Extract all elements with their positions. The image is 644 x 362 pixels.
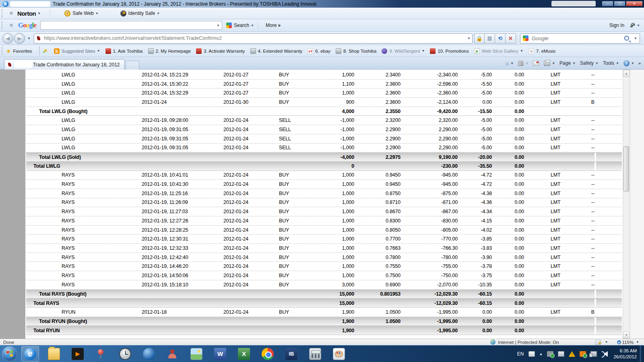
suggested-sites-button[interactable]: b Suggested Sites ▼: [54, 48, 100, 54]
identity-safe-menu[interactable]: Identity Safe ▼: [120, 10, 160, 16]
show-hidden-icons[interactable]: ▲: [539, 352, 543, 356]
chevron-down-icon[interactable]: ▼: [605, 340, 608, 344]
language-indicator[interactable]: EN: [517, 351, 524, 357]
chevron-down-icon[interactable]: ▼: [251, 24, 254, 27]
favorites-link[interactable]: 9. WildTangent▼: [382, 48, 425, 54]
tools-menu[interactable]: Tools▼: [603, 60, 619, 66]
clipboard-icon[interactable]: [558, 351, 564, 357]
read-mail-button[interactable]: [533, 61, 539, 66]
help-menu[interactable]: ?▼: [623, 60, 634, 66]
search-button[interactable]: Search: [234, 23, 249, 28]
vertical-scrollbar[interactable]: ▲ ▼: [623, 70, 630, 339]
chevron-down-icon[interactable]: ▼: [637, 24, 640, 27]
zoom-icon[interactable]: [617, 340, 621, 344]
url-dropdown-chevron-icon[interactable]: ▼: [467, 37, 471, 40]
scroll-up-button[interactable]: ▲: [623, 70, 630, 77]
home-button[interactable]: ⌂▼: [506, 60, 514, 66]
recent-pages-chevron-icon[interactable]: ▼: [27, 37, 31, 40]
favorites-link[interactable]: 1. Ask Toshiba: [105, 48, 143, 54]
keyboard-icon[interactable]: [528, 351, 535, 357]
minimize-button[interactable]: –: [602, 1, 613, 6]
norton-close-icon[interactable]: ✕: [9, 10, 13, 16]
clock-app-icon[interactable]: [116, 346, 134, 362]
windows-explorer-icon[interactable]: [45, 346, 63, 362]
paint-icon[interactable]: [330, 346, 348, 362]
scroll-down-button[interactable]: ▼: [623, 331, 630, 338]
table-cell: 0.00: [492, 99, 524, 105]
maximize-button[interactable]: ❐: [614, 1, 625, 6]
safety-menu[interactable]: Safety▼: [580, 60, 599, 66]
photos-app-icon[interactable]: [188, 346, 205, 362]
chevron-down-icon[interactable]: ▼: [215, 24, 221, 27]
compatibility-view-button[interactable]: ▨: [485, 33, 495, 43]
toolbar-grip[interactable]: [2, 21, 4, 30]
favorites-link[interactable]: eY6. ebay: [308, 48, 330, 54]
security-lock-icon[interactable]: 🔒: [474, 33, 485, 43]
table-cell: 0.00: [492, 209, 524, 214]
tab-trade-confirmation[interactable]: Trade Confirmation for January 18, 2012 …: [4, 59, 125, 70]
back-button[interactable]: ◀: [2, 33, 13, 44]
chevron-down-icon[interactable]: ▼: [634, 37, 637, 40]
more-menu[interactable]: More: [266, 23, 277, 28]
wrench-icon[interactable]: [629, 23, 635, 29]
close-button[interactable]: ✕: [626, 1, 643, 6]
volume-icon[interactable]: [601, 351, 608, 357]
network-icon[interactable]: [590, 351, 597, 357]
toolbar-grip[interactable]: [2, 9, 4, 17]
help-icon: ?: [623, 60, 630, 66]
safe-web-menu[interactable]: Safe Web ▼: [64, 10, 98, 16]
start-button[interactable]: [2, 346, 17, 362]
favorites-link[interactable]: 3. Activate Warranty: [196, 48, 245, 54]
taskbar-clock[interactable]: 6:35 AM 26/01/2012: [613, 348, 637, 360]
table-cell: 0.00: [492, 273, 524, 278]
sign-in-link[interactable]: Sign In: [609, 23, 624, 28]
table-cell: 0.7700: [354, 236, 400, 242]
feeds-button[interactable]: ▼: [518, 60, 528, 66]
google-toolbar-search-input[interactable]: [40, 21, 222, 30]
search-magnifier-icon[interactable]: [624, 36, 629, 41]
forward-button[interactable]: ▶: [14, 33, 25, 44]
table-cell: 2,320.00: [400, 117, 458, 123]
pushpin-icon[interactable]: [93, 346, 110, 362]
calculator-icon[interactable]: [306, 346, 324, 362]
usb-device-icon[interactable]: [547, 351, 553, 357]
protected-mode-icon[interactable]: [595, 340, 601, 345]
scrollbar-thumb[interactable]: [623, 146, 629, 191]
refresh-button[interactable]: ⟲: [495, 33, 506, 43]
overflow-chevron-icon[interactable]: »: [638, 61, 641, 66]
favorites-link[interactable]: 4. Extended Warranty: [250, 48, 303, 54]
interactive-brokers-icon[interactable]: IB: [283, 346, 300, 362]
google-search-input[interactable]: [531, 35, 624, 42]
google-search-box[interactable]: ▼: [520, 33, 640, 43]
media-player-icon[interactable]: ▶: [69, 346, 87, 362]
favorites-link[interactable]: 10. Promotions: [430, 48, 469, 54]
favorites-button[interactable]: ★ Favorites: [6, 48, 32, 54]
security-check-icon[interactable]: [580, 351, 586, 357]
favorites-link[interactable]: eWeb Slice Gallery▼: [474, 48, 523, 54]
zoom-level[interactable]: 115%: [622, 340, 634, 345]
favorites-link[interactable]: 2. My Homepage: [148, 48, 191, 54]
word-icon[interactable]: W: [211, 346, 229, 362]
print-button[interactable]: ▼: [544, 61, 555, 66]
url-field[interactable]: https://www.interactivebrokers.com/Unive…: [34, 33, 473, 43]
page-menu[interactable]: Page▼: [559, 60, 576, 66]
excel-icon[interactable]: X: [235, 346, 253, 362]
contacts-app-icon[interactable]: [164, 346, 182, 362]
show-desktop-button[interactable]: [640, 346, 644, 362]
google-toolbar-close-icon[interactable]: ✕: [9, 23, 13, 28]
add-favorite-icon[interactable]: [43, 48, 50, 54]
toolbar-grip[interactable]: [39, 47, 41, 55]
chrome-icon[interactable]: [259, 346, 277, 362]
favorites-link[interactable]: ❊7. eMusic: [528, 48, 556, 54]
globe-app-icon[interactable]: [140, 346, 158, 362]
warning-icon[interactable]: [569, 351, 575, 357]
internet-explorer-icon[interactable]: e: [21, 346, 39, 362]
table-cell: 2.3550: [354, 109, 400, 114]
toolbar-grip[interactable]: [2, 47, 4, 55]
table-cell: -4.38: [458, 191, 492, 196]
norton-menu[interactable]: Norton ▼: [17, 10, 41, 17]
favorites-link[interactable]: 8. Shop Toshiba: [336, 48, 376, 54]
stop-button[interactable]: ✕: [506, 33, 516, 43]
chevron-down-icon[interactable]: ▼: [636, 340, 639, 344]
new-tab-button[interactable]: [126, 61, 139, 70]
